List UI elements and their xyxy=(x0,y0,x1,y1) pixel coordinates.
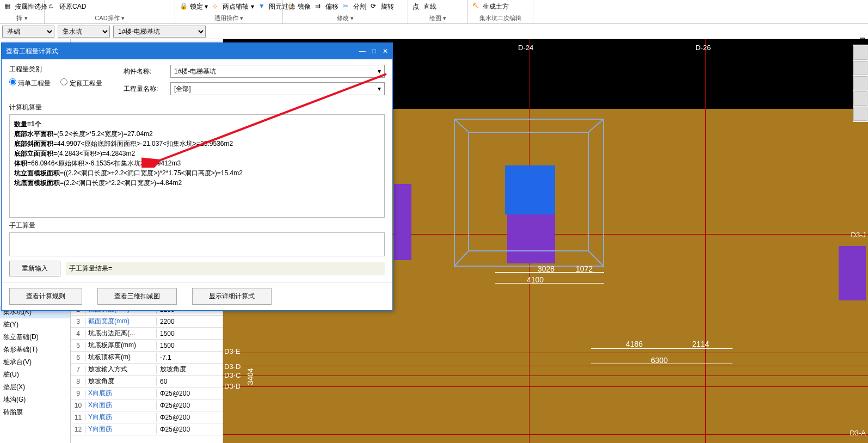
manual-calc-input[interactable] xyxy=(9,232,385,256)
pit-corners xyxy=(454,119,606,269)
prop-row[interactable]: 10X向面筋Φ25@200 xyxy=(71,399,223,411)
prop-row[interactable]: 7放坡输入方式放坡角度 xyxy=(71,364,223,376)
prop-val[interactable]: 1500 xyxy=(157,342,223,349)
column-rect xyxy=(839,246,866,300)
quantity-name-select[interactable]: [全部]▾ xyxy=(170,82,385,95)
prop-name: Y向面筋 xyxy=(86,424,157,434)
minimize-icon[interactable]: — xyxy=(359,47,366,55)
view-iso-icon[interactable] xyxy=(853,76,867,90)
line-button[interactable]: 直线 xyxy=(423,1,436,12)
rib-label[interactable]: 修改 ▾ xyxy=(283,14,408,23)
tree-item[interactable]: 桩承台(V) xyxy=(0,356,70,368)
grid-label: D3-B xyxy=(224,382,241,390)
prop-row[interactable]: 6坑板顶标高(m)-7.1 xyxy=(71,352,223,364)
rib-label[interactable]: CAD操作 ▾ xyxy=(45,14,175,23)
grid-label: D3-J xyxy=(851,231,866,239)
tree-item[interactable]: 砖胎膜 xyxy=(0,406,70,419)
prop-val[interactable]: 2200 xyxy=(157,318,223,325)
reset-button[interactable]: 重新输入 xyxy=(9,261,60,276)
prop-val[interactable]: 放坡角度 xyxy=(157,365,223,374)
svg-line-0 xyxy=(454,119,468,132)
tree-item[interactable]: 桩(Y) xyxy=(0,318,70,331)
view-3d-deduction-button[interactable]: 查看三维扣减图 xyxy=(97,288,177,305)
prop-name: 坑底板厚度(mm) xyxy=(86,341,157,350)
rotate-icon: ⟳ xyxy=(371,2,379,11)
prop-row[interactable]: 5坑底板厚度(mm)1500 xyxy=(71,340,223,352)
prop-num: 6 xyxy=(71,354,86,361)
select-by-attr-button[interactable]: ▦按属性选择 xyxy=(4,1,47,12)
split-button[interactable]: ✂分割 xyxy=(343,1,366,12)
prop-row[interactable]: 4坑底出边距离(...1500 xyxy=(71,328,223,340)
grid-line-h xyxy=(223,434,868,435)
prop-name: 放坡角度 xyxy=(86,377,157,386)
prop-num: 7 xyxy=(71,366,86,373)
prop-num: 5 xyxy=(71,342,86,349)
dialog-titlebar[interactable]: 查看工程量计算式 — □ ✕ xyxy=(2,43,392,59)
prop-num: 10 xyxy=(71,402,86,409)
lock-button[interactable]: 🔒锁定 ▾ xyxy=(180,1,208,12)
prop-val[interactable]: Φ25@200 xyxy=(157,426,223,433)
close-icon[interactable]: ✕ xyxy=(383,47,388,55)
type-select[interactable]: 集水坑 xyxy=(58,26,110,38)
prop-num: 8 xyxy=(71,378,86,385)
nav-icon[interactable] xyxy=(853,91,867,106)
prop-val[interactable]: 1500 xyxy=(157,330,223,337)
tree-item[interactable]: 桩(U) xyxy=(0,368,70,381)
aux-axis-button[interactable]: ⊹两点辅轴 ▾ xyxy=(212,1,254,12)
quota-radio[interactable]: 定额工程量 xyxy=(60,78,102,88)
chevron-down-icon: ▾ xyxy=(378,85,381,93)
tree-item[interactable]: 地沟(G) xyxy=(0,393,70,406)
mirror-button[interactable]: ⧊镜像 xyxy=(287,1,311,12)
maximize-icon[interactable]: □ xyxy=(372,47,376,55)
grid-line-h xyxy=(223,353,868,353)
rib-label[interactable]: 集水坑二次编辑 xyxy=(468,14,533,23)
rib-label[interactable]: 通用操作 ▾ xyxy=(175,14,282,23)
component-name-select[interactable]: 1#楼-电梯基坑▾ xyxy=(170,65,385,78)
tree-item[interactable]: 独立基础(D) xyxy=(0,331,70,343)
manual-result-text: 手工算量结果= xyxy=(66,262,385,275)
prop-val[interactable]: -7.1 xyxy=(157,354,223,361)
prop-num: 3 xyxy=(71,318,86,325)
category-select[interactable]: 基础 xyxy=(2,26,54,38)
show-detail-button[interactable]: 显示详细计算式 xyxy=(192,288,272,305)
prop-name: 坑板顶标高(m) xyxy=(86,353,157,362)
prop-val[interactable]: Φ25@200 xyxy=(157,414,223,421)
tree-item[interactable]: 垫层(X) xyxy=(0,381,70,393)
svg-line-2 xyxy=(454,251,468,267)
rib-label: 择 ▾ xyxy=(0,14,44,23)
prop-name: Y向底筋 xyxy=(86,413,157,422)
dim-text: 2114 xyxy=(692,340,709,348)
ribbon-toolbar: ▦按属性选择 择 ▾ ⎌还原CAD CAD操作 ▾ 🔒锁定 ▾ ⊹两点辅轴 ▾ … xyxy=(0,0,868,24)
restore-cad-button[interactable]: ⎌还原CAD xyxy=(49,1,86,12)
filter-icon: ▼ xyxy=(258,2,267,11)
dim-line xyxy=(591,348,732,349)
lock-icon: 🔒 xyxy=(180,2,188,11)
rotate-button[interactable]: ⟳旋转 xyxy=(371,1,394,12)
tree-item[interactable]: 条形基础(T) xyxy=(0,343,70,356)
prop-row[interactable]: 9X向底筋Φ25@200 xyxy=(71,387,223,399)
prop-val[interactable]: Φ25@200 xyxy=(157,390,223,397)
bill-radio[interactable]: 清单工程量 xyxy=(9,78,51,88)
prop-val[interactable]: Φ25@200 xyxy=(157,402,223,409)
undo-icon: ⎌ xyxy=(49,2,58,11)
point-button[interactable]: 点 xyxy=(413,1,419,12)
view-rules-button[interactable]: 查看计算规则 xyxy=(9,288,82,305)
prop-row[interactable]: 3截面宽度(mm)2200 xyxy=(71,316,223,328)
dim-line xyxy=(495,283,604,284)
prop-row[interactable]: 11Y向底筋Φ25@200 xyxy=(71,411,223,423)
view-box-icon[interactable] xyxy=(853,61,867,75)
component-name-label: 构件名称: xyxy=(124,67,163,76)
view-3d-icon[interactable] xyxy=(853,46,867,60)
rib-label[interactable]: 绘图 ▾ xyxy=(408,14,467,23)
table-icon[interactable] xyxy=(853,107,867,121)
prop-val[interactable]: 60 xyxy=(157,378,223,385)
category-label: 工程量类别 xyxy=(9,65,107,74)
dim-text: 3404 xyxy=(246,368,255,385)
prop-row[interactable]: 12Y向面筋Φ25@200 xyxy=(71,423,223,435)
split-icon: ✂ xyxy=(343,2,352,11)
offset-button[interactable]: ⇉偏移 xyxy=(315,1,338,12)
grid-label: D3-E xyxy=(224,347,241,355)
prop-row[interactable]: 8放坡角度60 xyxy=(71,376,223,387)
component-select[interactable]: 1#楼-电梯基坑 xyxy=(113,26,206,38)
gen-earth-button[interactable]: ⛏生成土方 xyxy=(472,1,509,12)
